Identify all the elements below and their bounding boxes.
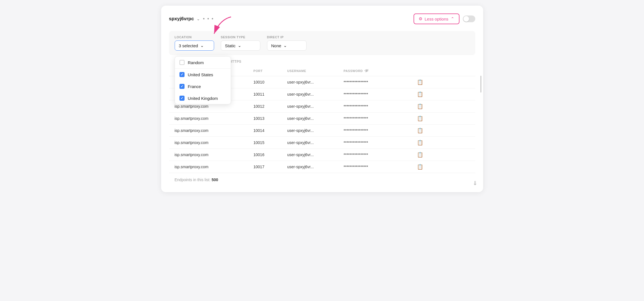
session-type-dropdown[interactable]: Static ⌄ xyxy=(221,41,260,51)
proxy-cell: isp.smartproxy.com xyxy=(175,104,254,109)
copy-cell[interactable]: 📋 xyxy=(417,140,434,146)
port-cell: 10016 xyxy=(254,152,287,157)
port-cell: 10014 xyxy=(254,128,287,133)
port-header: PORT xyxy=(254,69,287,73)
password-cell: **************** xyxy=(344,152,417,157)
copy-cell[interactable]: 📋 xyxy=(417,164,434,170)
dropdown-item-united-states[interactable]: United States xyxy=(175,69,231,80)
copy-icon[interactable]: 📋 xyxy=(417,152,423,158)
united-states-label: United States xyxy=(188,72,213,77)
france-checkbox[interactable] xyxy=(179,84,185,89)
header-row: spxyj6vrpc ⌄ • • • ⚙ Less options ⌃ xyxy=(169,14,475,24)
filters-bar: LOCATION 3 selected ⌄ SESSION TYPE Stati… xyxy=(169,31,475,55)
random-checkbox[interactable] xyxy=(179,60,185,65)
location-value: 3 selected xyxy=(179,43,198,48)
france-label: France xyxy=(188,84,201,89)
password-cell: **************** xyxy=(344,165,417,169)
username-cell: user-spxyj6vr... xyxy=(287,92,344,96)
dropdown-item-france[interactable]: France xyxy=(175,80,231,92)
port-cell: 10012 xyxy=(254,104,287,109)
less-options-button[interactable]: ⚙ Less options ⌃ xyxy=(414,14,459,24)
direct-ip-label: DIRECT IP xyxy=(267,35,307,39)
location-dropdown[interactable]: 3 selected ⌄ xyxy=(175,41,214,51)
username-cell: user-spxyj6vr... xyxy=(287,152,344,157)
location-filter-group: LOCATION 3 selected ⌄ xyxy=(175,35,214,51)
session-type-label: SESSION TYPE xyxy=(221,35,260,39)
workspace-chevron-icon[interactable]: ⌄ xyxy=(197,17,200,21)
password-cell: **************** xyxy=(344,92,417,96)
copy-icon[interactable]: 📋 xyxy=(417,140,423,145)
username-cell: user-spxyj6vr... xyxy=(287,165,344,169)
table-section-label: HTTPS xyxy=(230,55,475,66)
username-cell: user-spxyj6vr... xyxy=(287,80,344,84)
chevron-up-icon: ⌃ xyxy=(451,16,454,21)
location-chevron-icon: ⌄ xyxy=(200,43,204,48)
direct-ip-dropdown[interactable]: None ⌄ xyxy=(267,41,307,51)
main-container: spxyj6vrpc ⌄ • • • ⚙ Less options ⌃ xyxy=(161,6,483,192)
united-kingdom-checkbox[interactable] xyxy=(179,96,185,101)
copy-icon[interactable]: 📋 xyxy=(417,104,423,109)
view-toggle[interactable] xyxy=(463,15,475,22)
username-cell: user-spxyj6vr... xyxy=(287,140,344,145)
gear-icon: ⚙ xyxy=(419,16,422,21)
copy-icon[interactable]: 📋 xyxy=(417,116,423,121)
direct-ip-filter-group: DIRECT IP None ⌄ xyxy=(267,35,307,51)
header-left: spxyj6vrpc ⌄ • • • xyxy=(169,16,214,22)
eye-slash-icon[interactable]: 👁​̸ xyxy=(365,69,369,73)
location-label: LOCATION xyxy=(175,35,214,39)
direct-ip-chevron-icon: ⌄ xyxy=(283,43,287,48)
scrollbar-area[interactable] xyxy=(480,51,481,175)
copy-icon[interactable]: 📋 xyxy=(417,91,423,97)
username-cell: user-spxyj6vr... xyxy=(287,128,344,133)
table-row: isp.smartproxy.com 10015 user-spxyj6vr..… xyxy=(169,136,475,149)
toggle-lines-icon xyxy=(463,15,475,22)
dropdown-item-united-kingdom[interactable]: United Kingdom xyxy=(175,92,231,104)
workspace-name: spxyj6vrpc xyxy=(169,16,194,22)
password-cell: **************** xyxy=(344,104,417,109)
location-dropdown-menu: Random United States France United Kingd… xyxy=(175,56,231,104)
copy-header xyxy=(417,69,434,73)
copy-cell[interactable]: 📋 xyxy=(417,115,434,122)
proxy-cell: isp.smartproxy.com xyxy=(175,152,254,157)
table-row: isp.smartproxy.com 10014 user-spxyj6vr..… xyxy=(169,124,475,136)
password-cell: **************** xyxy=(344,116,417,121)
dropdown-item-random[interactable]: Random xyxy=(175,57,231,69)
header-right: ⚙ Less options ⌃ xyxy=(414,14,475,24)
port-cell: 10013 xyxy=(254,116,287,121)
password-header: PASSWORD 👁​̸ xyxy=(344,69,417,73)
password-cell: **************** xyxy=(344,80,417,84)
copy-icon[interactable]: 📋 xyxy=(417,164,423,170)
copy-cell[interactable]: 📋 xyxy=(417,127,434,134)
port-cell: 10017 xyxy=(254,165,287,169)
proxy-cell: isp.smartproxy.com xyxy=(175,140,254,145)
filters-wrapper: LOCATION 3 selected ⌄ SESSION TYPE Stati… xyxy=(169,31,475,55)
more-options-icon[interactable]: • • • xyxy=(203,16,214,22)
port-cell: 10015 xyxy=(254,140,287,145)
username-cell: user-spxyj6vr... xyxy=(287,116,344,121)
session-type-chevron-icon: ⌄ xyxy=(238,43,241,48)
proxy-cell: isp.smartproxy.com xyxy=(175,116,254,121)
table-row: isp.smartproxy.com 10013 user-spxyj6vr..… xyxy=(169,112,475,124)
direct-ip-value: None xyxy=(271,43,281,48)
proxy-cell: isp.smartproxy.com xyxy=(175,128,254,133)
proxy-cell: isp.smartproxy.com xyxy=(175,165,254,169)
session-type-filter-group: SESSION TYPE Static ⌄ xyxy=(221,35,260,51)
endpoints-footer: Endpoints in this list: 500 xyxy=(169,173,475,187)
copy-icon[interactable]: 📋 xyxy=(417,79,423,85)
copy-cell[interactable]: 📋 xyxy=(417,91,434,97)
copy-cell[interactable]: 📋 xyxy=(417,79,434,85)
table-row: isp.smartproxy.com 10016 user-spxyj6vr..… xyxy=(169,149,475,161)
random-label: Random xyxy=(188,60,204,65)
endpoints-count: 500 xyxy=(212,178,218,182)
password-cell: **************** xyxy=(344,128,417,133)
scrollbar-thumb[interactable] xyxy=(480,76,481,93)
united-kingdom-label: United Kingdom xyxy=(188,96,218,101)
less-options-label: Less options xyxy=(425,17,448,21)
download-icon[interactable]: ⇓ xyxy=(473,180,478,186)
united-states-checkbox[interactable] xyxy=(179,72,185,77)
copy-icon[interactable]: 📋 xyxy=(417,128,423,133)
download-area[interactable]: ⇓ xyxy=(473,180,478,187)
table-row: isp.smartproxy.com 10017 user-spxyj6vr..… xyxy=(169,161,475,173)
copy-cell[interactable]: 📋 xyxy=(417,152,434,158)
copy-cell[interactable]: 📋 xyxy=(417,103,434,109)
